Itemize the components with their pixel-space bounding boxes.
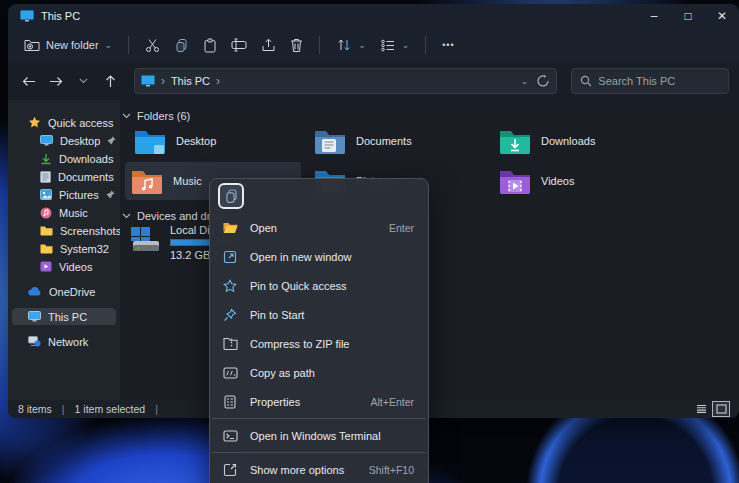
downloads-folder-icon [499,128,531,154]
sidebar-item-quick-access[interactable]: Quick access [12,114,116,131]
sidebar-label: System32 [60,243,109,255]
sort-icon [336,38,352,52]
sidebar-item-downloads[interactable]: Downloads [12,150,116,167]
breadcrumb-this-pc[interactable]: This PC [171,75,210,87]
up-button[interactable] [99,69,122,93]
refresh-icon[interactable] [536,74,550,88]
folder-icon [40,225,53,236]
sidebar-label: OneDrive [49,286,95,298]
copy-button[interactable] [168,33,195,58]
close-button[interactable]: ✕ [705,4,739,28]
menu-item-label: Pin to Quick access [250,280,347,292]
window-title: This PC [41,10,80,22]
sidebar-item-music[interactable]: Music [12,204,116,221]
menu-item-compress-zip[interactable]: Compress to ZIP file [210,329,428,358]
picture-icon [40,189,52,200]
sidebar-item-videos[interactable]: Videos [12,258,116,275]
this-pc-monitor-icon [141,75,155,87]
chevron-down-icon: ⌄ [402,40,410,50]
navigation-pane: Quick access Desktop [8,100,120,400]
copy-icon [225,189,238,203]
window-controls: – □ ✕ [637,4,739,28]
chevron-down-icon [122,113,131,119]
video-icon [40,261,52,272]
folder-tile-downloads[interactable]: Downloads [493,122,669,160]
paste-button[interactable] [197,33,223,58]
menu-item-pin-to-start[interactable]: Pin to Start [210,300,428,329]
videos-folder-icon [499,168,531,194]
copy-quick-button[interactable] [218,183,244,209]
share-button[interactable] [255,33,282,57]
back-button[interactable] [18,69,41,93]
sidebar-item-screenshots[interactable]: Screenshots [12,222,116,239]
items-count: 8 items [18,403,52,415]
sidebar-item-onedrive[interactable]: OneDrive [12,283,116,300]
large-icons-view-button[interactable] [713,402,729,416]
maximize-button[interactable]: □ [671,4,705,28]
view-list-icon [380,39,396,52]
folder-tile-label: Documents [356,135,412,147]
menu-separator [212,452,426,453]
search-icon [580,75,592,87]
folder-icon [40,243,53,254]
menu-item-label: Show more options [250,464,344,476]
details-view-button[interactable] [693,402,709,416]
forward-arrow-icon [49,76,63,87]
address-dropdown-chevron-icon[interactable]: ⌄ [521,76,529,86]
sidebar-gap [8,301,120,308]
sidebar-item-pictures[interactable]: Pictures [12,186,116,203]
new-folder-icon [24,38,40,52]
cut-button[interactable] [139,33,166,58]
new-folder-button[interactable]: New folder ⌄ [18,33,118,57]
menu-item-shortcut: Enter [389,222,414,234]
menu-item-pin-quick-access[interactable]: Pin to Quick access [210,271,428,300]
zip-folder-icon [222,337,238,350]
search-input[interactable] [598,75,718,87]
ellipsis-icon: ••• [442,40,454,50]
recent-locations-button[interactable] [72,69,95,93]
context-menu: Open Enter Open in new window Pin to Qui… [209,178,429,483]
chevron-down-icon [122,213,131,219]
open-in-new-window-icon [222,250,238,264]
new-folder-label: New folder [46,39,99,51]
sidebar-item-this-pc[interactable]: This PC [12,308,116,325]
menu-item-label: Copy as path [250,367,315,379]
sidebar-item-network[interactable]: Network [12,333,116,350]
sidebar-item-documents[interactable]: Documents [12,168,116,185]
sidebar-item-system32[interactable]: System32 [12,240,116,257]
view-button[interactable]: ⌄ [374,34,416,57]
menu-item-open[interactable]: Open Enter [210,213,428,242]
sort-button[interactable]: ⌄ [330,33,372,57]
menu-item-open-windows-terminal[interactable]: Open in Windows Terminal [210,421,428,450]
sidebar-label: Music [59,207,88,219]
command-toolbar: New folder ⌄ [8,28,739,62]
menu-item-copy-as-path[interactable]: Copy as path [210,358,428,387]
statusbar-view-buttons [693,402,729,416]
local-disk-icon [128,224,162,258]
menu-item-open-new-window[interactable]: Open in new window [210,242,428,271]
folder-tile-label: Music [173,175,202,187]
back-arrow-icon [22,76,36,87]
pin-icon [107,136,116,145]
rename-button[interactable] [225,33,253,57]
menu-separator [212,418,426,419]
folder-tile-desktop[interactable]: Desktop [128,122,304,160]
paste-clipboard-icon [203,38,217,53]
search-box[interactable] [571,68,729,94]
address-box[interactable]: › This PC › ⌄ [134,68,557,94]
forward-button[interactable] [45,69,68,93]
menu-item-label: Open in new window [250,251,352,263]
address-box-right: ⌄ [521,74,551,88]
large-icons-view-icon [716,404,727,414]
folder-tile-videos[interactable]: Videos [493,162,669,200]
sidebar-item-desktop[interactable]: Desktop [12,132,116,149]
see-more-button[interactable]: ••• [436,35,460,55]
minimize-button[interactable]: – [637,4,671,28]
menu-item-show-more-options[interactable]: Show more options Shift+F10 [210,455,428,483]
sidebar-gap [8,276,120,283]
menu-item-properties[interactable]: Properties Alt+Enter [210,387,428,416]
show-more-options-icon [222,463,238,477]
delete-button[interactable] [284,33,309,58]
folder-tile-documents[interactable]: Documents [308,122,484,160]
folders-section-header[interactable]: Folders (6) [122,110,190,122]
